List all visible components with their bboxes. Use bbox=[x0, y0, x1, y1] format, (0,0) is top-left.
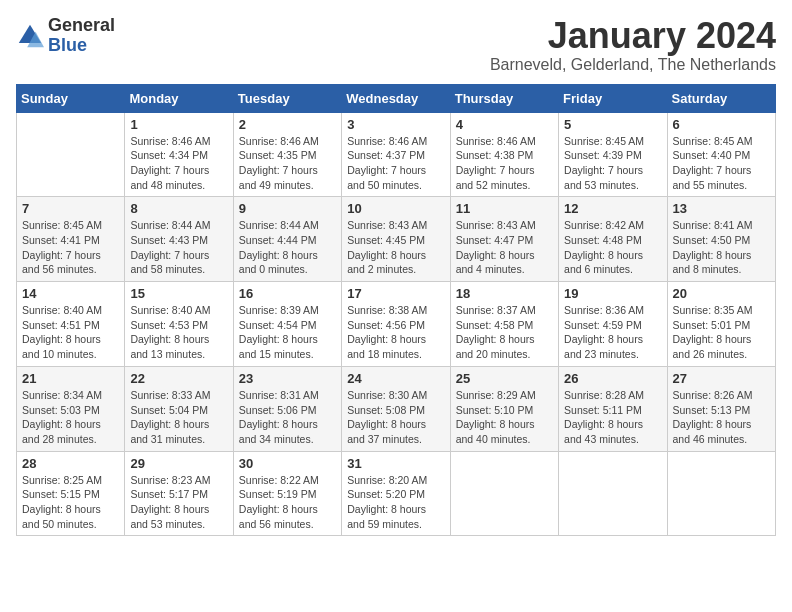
day-cell: 21Sunrise: 8:34 AM Sunset: 5:03 PM Dayli… bbox=[17, 366, 125, 451]
calendar-body: 1Sunrise: 8:46 AM Sunset: 4:34 PM Daylig… bbox=[17, 112, 776, 536]
page-header: General Blue January 2024 Barneveld, Gel… bbox=[16, 16, 776, 74]
day-info: Sunrise: 8:45 AM Sunset: 4:41 PM Dayligh… bbox=[22, 218, 119, 277]
day-number: 31 bbox=[347, 456, 444, 471]
day-number: 12 bbox=[564, 201, 661, 216]
day-number: 27 bbox=[673, 371, 770, 386]
day-info: Sunrise: 8:20 AM Sunset: 5:20 PM Dayligh… bbox=[347, 473, 444, 532]
day-info: Sunrise: 8:22 AM Sunset: 5:19 PM Dayligh… bbox=[239, 473, 336, 532]
day-cell: 7Sunrise: 8:45 AM Sunset: 4:41 PM Daylig… bbox=[17, 197, 125, 282]
day-cell: 23Sunrise: 8:31 AM Sunset: 5:06 PM Dayli… bbox=[233, 366, 341, 451]
day-number: 14 bbox=[22, 286, 119, 301]
logo-blue-text: Blue bbox=[48, 35, 87, 55]
column-header-thursday: Thursday bbox=[450, 84, 558, 112]
day-cell: 10Sunrise: 8:43 AM Sunset: 4:45 PM Dayli… bbox=[342, 197, 450, 282]
column-header-friday: Friday bbox=[559, 84, 667, 112]
day-cell: 3Sunrise: 8:46 AM Sunset: 4:37 PM Daylig… bbox=[342, 112, 450, 197]
day-number: 3 bbox=[347, 117, 444, 132]
day-number: 21 bbox=[22, 371, 119, 386]
day-info: Sunrise: 8:45 AM Sunset: 4:39 PM Dayligh… bbox=[564, 134, 661, 193]
day-number: 11 bbox=[456, 201, 553, 216]
day-cell: 8Sunrise: 8:44 AM Sunset: 4:43 PM Daylig… bbox=[125, 197, 233, 282]
day-number: 23 bbox=[239, 371, 336, 386]
day-cell: 24Sunrise: 8:30 AM Sunset: 5:08 PM Dayli… bbox=[342, 366, 450, 451]
column-header-wednesday: Wednesday bbox=[342, 84, 450, 112]
day-cell: 12Sunrise: 8:42 AM Sunset: 4:48 PM Dayli… bbox=[559, 197, 667, 282]
day-info: Sunrise: 8:46 AM Sunset: 4:34 PM Dayligh… bbox=[130, 134, 227, 193]
day-cell: 22Sunrise: 8:33 AM Sunset: 5:04 PM Dayli… bbox=[125, 366, 233, 451]
day-number: 15 bbox=[130, 286, 227, 301]
logo-icon bbox=[16, 22, 44, 50]
day-number: 9 bbox=[239, 201, 336, 216]
day-cell: 2Sunrise: 8:46 AM Sunset: 4:35 PM Daylig… bbox=[233, 112, 341, 197]
day-info: Sunrise: 8:36 AM Sunset: 4:59 PM Dayligh… bbox=[564, 303, 661, 362]
day-info: Sunrise: 8:30 AM Sunset: 5:08 PM Dayligh… bbox=[347, 388, 444, 447]
week-row-5: 28Sunrise: 8:25 AM Sunset: 5:15 PM Dayli… bbox=[17, 451, 776, 536]
day-number: 2 bbox=[239, 117, 336, 132]
day-cell: 31Sunrise: 8:20 AM Sunset: 5:20 PM Dayli… bbox=[342, 451, 450, 536]
day-cell: 17Sunrise: 8:38 AM Sunset: 4:56 PM Dayli… bbox=[342, 282, 450, 367]
calendar-table: SundayMondayTuesdayWednesdayThursdayFrid… bbox=[16, 84, 776, 537]
day-cell: 27Sunrise: 8:26 AM Sunset: 5:13 PM Dayli… bbox=[667, 366, 775, 451]
column-header-saturday: Saturday bbox=[667, 84, 775, 112]
day-info: Sunrise: 8:40 AM Sunset: 4:51 PM Dayligh… bbox=[22, 303, 119, 362]
day-number: 29 bbox=[130, 456, 227, 471]
day-info: Sunrise: 8:39 AM Sunset: 4:54 PM Dayligh… bbox=[239, 303, 336, 362]
day-info: Sunrise: 8:46 AM Sunset: 4:35 PM Dayligh… bbox=[239, 134, 336, 193]
day-number: 19 bbox=[564, 286, 661, 301]
day-info: Sunrise: 8:25 AM Sunset: 5:15 PM Dayligh… bbox=[22, 473, 119, 532]
day-info: Sunrise: 8:44 AM Sunset: 4:43 PM Dayligh… bbox=[130, 218, 227, 277]
week-row-1: 1Sunrise: 8:46 AM Sunset: 4:34 PM Daylig… bbox=[17, 112, 776, 197]
location-title: Barneveld, Gelderland, The Netherlands bbox=[490, 56, 776, 74]
day-number: 5 bbox=[564, 117, 661, 132]
day-info: Sunrise: 8:46 AM Sunset: 4:37 PM Dayligh… bbox=[347, 134, 444, 193]
day-info: Sunrise: 8:31 AM Sunset: 5:06 PM Dayligh… bbox=[239, 388, 336, 447]
title-section: January 2024 Barneveld, Gelderland, The … bbox=[490, 16, 776, 74]
day-info: Sunrise: 8:46 AM Sunset: 4:38 PM Dayligh… bbox=[456, 134, 553, 193]
day-info: Sunrise: 8:43 AM Sunset: 4:47 PM Dayligh… bbox=[456, 218, 553, 277]
day-number: 7 bbox=[22, 201, 119, 216]
day-cell: 18Sunrise: 8:37 AM Sunset: 4:58 PM Dayli… bbox=[450, 282, 558, 367]
day-info: Sunrise: 8:42 AM Sunset: 4:48 PM Dayligh… bbox=[564, 218, 661, 277]
day-cell: 30Sunrise: 8:22 AM Sunset: 5:19 PM Dayli… bbox=[233, 451, 341, 536]
day-info: Sunrise: 8:44 AM Sunset: 4:44 PM Dayligh… bbox=[239, 218, 336, 277]
day-number: 17 bbox=[347, 286, 444, 301]
day-cell: 9Sunrise: 8:44 AM Sunset: 4:44 PM Daylig… bbox=[233, 197, 341, 282]
logo: General Blue bbox=[16, 16, 115, 56]
day-cell: 4Sunrise: 8:46 AM Sunset: 4:38 PM Daylig… bbox=[450, 112, 558, 197]
day-number: 4 bbox=[456, 117, 553, 132]
day-number: 25 bbox=[456, 371, 553, 386]
day-cell: 28Sunrise: 8:25 AM Sunset: 5:15 PM Dayli… bbox=[17, 451, 125, 536]
day-info: Sunrise: 8:26 AM Sunset: 5:13 PM Dayligh… bbox=[673, 388, 770, 447]
day-info: Sunrise: 8:40 AM Sunset: 4:53 PM Dayligh… bbox=[130, 303, 227, 362]
day-number: 13 bbox=[673, 201, 770, 216]
day-info: Sunrise: 8:41 AM Sunset: 4:50 PM Dayligh… bbox=[673, 218, 770, 277]
day-cell: 5Sunrise: 8:45 AM Sunset: 4:39 PM Daylig… bbox=[559, 112, 667, 197]
day-cell: 6Sunrise: 8:45 AM Sunset: 4:40 PM Daylig… bbox=[667, 112, 775, 197]
day-number: 28 bbox=[22, 456, 119, 471]
day-number: 20 bbox=[673, 286, 770, 301]
column-header-monday: Monday bbox=[125, 84, 233, 112]
day-cell: 11Sunrise: 8:43 AM Sunset: 4:47 PM Dayli… bbox=[450, 197, 558, 282]
day-cell: 26Sunrise: 8:28 AM Sunset: 5:11 PM Dayli… bbox=[559, 366, 667, 451]
day-number: 8 bbox=[130, 201, 227, 216]
day-cell bbox=[17, 112, 125, 197]
day-number: 22 bbox=[130, 371, 227, 386]
day-info: Sunrise: 8:34 AM Sunset: 5:03 PM Dayligh… bbox=[22, 388, 119, 447]
day-cell: 16Sunrise: 8:39 AM Sunset: 4:54 PM Dayli… bbox=[233, 282, 341, 367]
day-info: Sunrise: 8:43 AM Sunset: 4:45 PM Dayligh… bbox=[347, 218, 444, 277]
week-row-3: 14Sunrise: 8:40 AM Sunset: 4:51 PM Dayli… bbox=[17, 282, 776, 367]
day-cell bbox=[559, 451, 667, 536]
day-number: 24 bbox=[347, 371, 444, 386]
day-number: 18 bbox=[456, 286, 553, 301]
column-headers-row: SundayMondayTuesdayWednesdayThursdayFrid… bbox=[17, 84, 776, 112]
day-number: 26 bbox=[564, 371, 661, 386]
day-cell: 13Sunrise: 8:41 AM Sunset: 4:50 PM Dayli… bbox=[667, 197, 775, 282]
column-header-sunday: Sunday bbox=[17, 84, 125, 112]
day-cell: 20Sunrise: 8:35 AM Sunset: 5:01 PM Dayli… bbox=[667, 282, 775, 367]
day-number: 10 bbox=[347, 201, 444, 216]
week-row-2: 7Sunrise: 8:45 AM Sunset: 4:41 PM Daylig… bbox=[17, 197, 776, 282]
day-cell: 14Sunrise: 8:40 AM Sunset: 4:51 PM Dayli… bbox=[17, 282, 125, 367]
day-number: 1 bbox=[130, 117, 227, 132]
day-info: Sunrise: 8:29 AM Sunset: 5:10 PM Dayligh… bbox=[456, 388, 553, 447]
column-header-tuesday: Tuesday bbox=[233, 84, 341, 112]
